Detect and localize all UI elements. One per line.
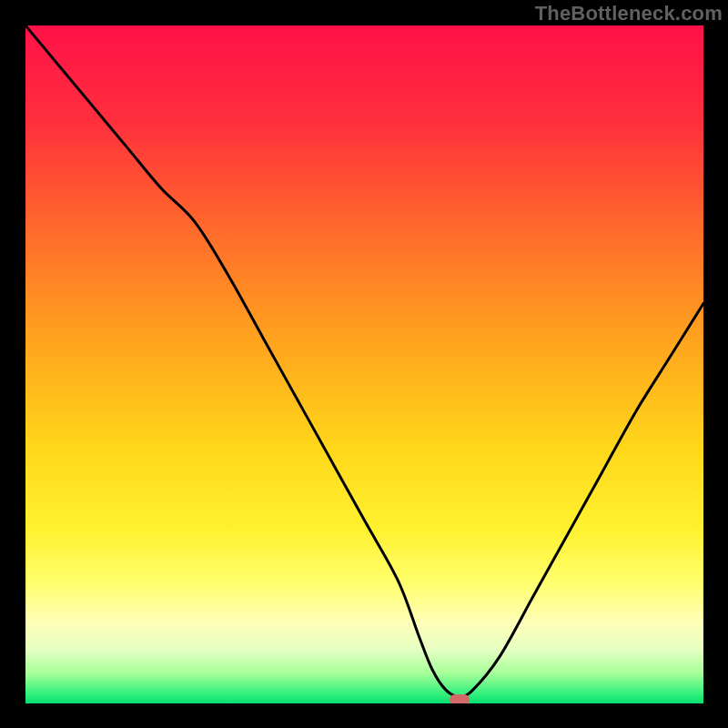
bottleneck-curve bbox=[25, 25, 703, 703]
minimum-marker bbox=[450, 694, 470, 703]
plot-area bbox=[25, 25, 703, 703]
chart-frame: TheBottleneck.com bbox=[0, 0, 728, 728]
watermark-text: TheBottleneck.com bbox=[535, 2, 723, 25]
